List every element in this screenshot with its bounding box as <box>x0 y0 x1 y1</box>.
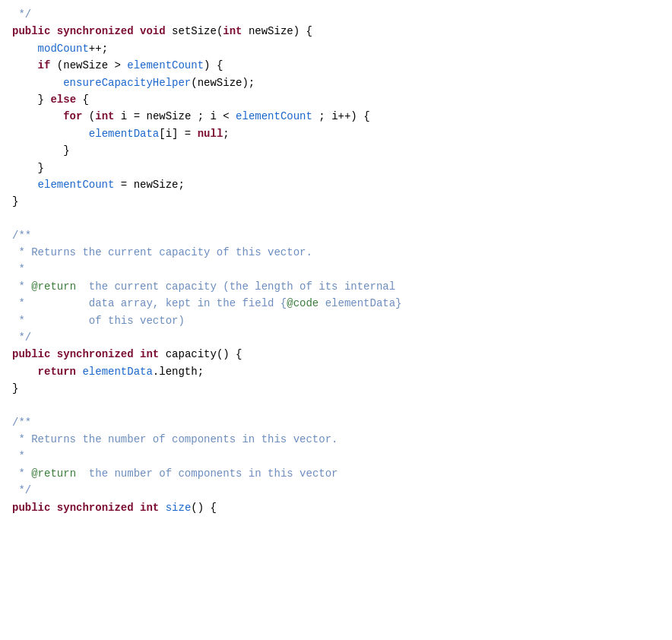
code-line-30: public synchronized int size() { <box>0 499 672 516</box>
code-line-23: } <box>0 380 672 397</box>
code-line-12: } <box>0 193 672 210</box>
code-line-14: /** <box>0 227 672 244</box>
code-line-19: * of this vector) <box>0 312 672 329</box>
code-line-8: elementData[i] = null; <box>0 125 672 142</box>
code-line-26: * Returns the number of components in th… <box>0 431 672 448</box>
code-line-15: * Returns the current capacity of this v… <box>0 244 672 261</box>
code-line-29: */ <box>0 482 672 499</box>
code-line-21: public synchronized int capacity() { <box>0 346 672 363</box>
code-line-24 <box>0 398 672 414</box>
code-line-2: public synchronized void setSize(int new… <box>0 23 672 40</box>
code-line-3: modCount++; <box>0 40 672 57</box>
code-line-1: */ <box>0 6 672 23</box>
code-line-20: */ <box>0 329 672 346</box>
code-line-27: * <box>0 448 672 464</box>
code-editor: */ public synchronized void setSize(int … <box>0 0 672 640</box>
code-line-9: } <box>0 142 672 159</box>
code-line-5: ensureCapacityHelper(newSize); <box>0 74 672 91</box>
code-line-18: * data array, kept in the field {@code e… <box>0 295 672 312</box>
code-line-13 <box>0 211 672 227</box>
code-line-17: * @return the current capacity (the leng… <box>0 278 672 295</box>
code-line-4: if (newSize > elementCount) { <box>0 57 672 74</box>
code-line-10: } <box>0 160 672 176</box>
code-line-28: * @return the number of components in th… <box>0 465 672 482</box>
code-line-25: /** <box>0 414 672 431</box>
code-line-6: } else { <box>0 91 672 108</box>
code-line-11: elementCount = newSize; <box>0 176 672 193</box>
code-line-16: * <box>0 261 672 277</box>
code-line-22: return elementData.length; <box>0 363 672 380</box>
code-line-7: for (int i = newSize ; i < elementCount … <box>0 108 672 125</box>
